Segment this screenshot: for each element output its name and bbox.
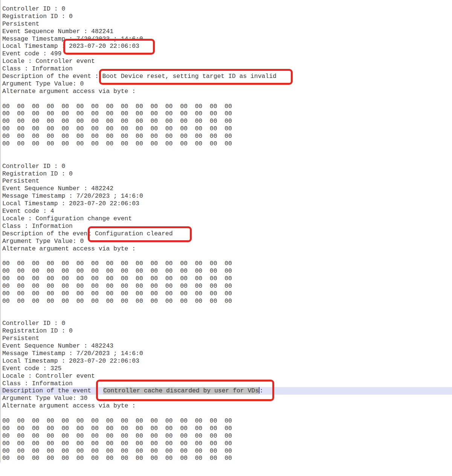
- hex-bytes: 00 00 00 00 00 00 00 00 00 00 00 00 00 0…: [2, 125, 232, 132]
- log-line: Controller ID : 0: [1, 5, 452, 13]
- log-text: Event code : 325: [2, 365, 61, 372]
- log-text: Local Timestamp :: [2, 43, 69, 50]
- log-line: Description of the event Controller cach…: [1, 387, 452, 395]
- blank-line: [1, 155, 452, 163]
- log-line: Description of the event : Boot Device r…: [1, 73, 452, 80]
- log-line: Local Timestamp : 2023-07-20 22:06:03: [1, 43, 452, 50]
- log-line: Event Sequence Number : 482241: [1, 28, 452, 35]
- log-page: Controller ID : 0Registration ID : 0Pers…: [0, 0, 452, 476]
- hex-dump-row: 00 00 00 00 00 00 00 00 00 00 00 00 00 0…: [1, 432, 452, 440]
- log-text: Locale : Controller event: [2, 372, 95, 380]
- log-text: Alternate argument access via byte :: [2, 402, 136, 409]
- log-text: Alternate argument access via byte :: [2, 245, 136, 252]
- hex-bytes: 00 00 00 00 00 00 00 00 00 00 00 00 00 0…: [2, 447, 232, 455]
- hex-bytes: 00 00 00 00 00 00 00 00 00 00 00 00 00 0…: [2, 110, 232, 117]
- log-text: Configuration cleared: [95, 230, 173, 237]
- hex-bytes: 00 00 00 00 00 00 00 00 00 00 00 00 00 0…: [2, 260, 232, 267]
- log-line: Registration ID : 0: [1, 170, 452, 178]
- log-text: Event code : 499: [2, 50, 61, 57]
- log-text: Event Sequence Number : 482241: [2, 28, 113, 35]
- log-text: Description of the event: [2, 230, 95, 237]
- log-text: Event code : 4: [2, 207, 54, 215]
- hex-dump-row: 00 00 00 00 00 00 00 00 00 00 00 00 00 0…: [1, 267, 452, 275]
- log-line: Class : Information: [1, 223, 452, 230]
- log-line: Event Sequence Number : 482242: [1, 185, 452, 192]
- log-text: Controller ID : 0: [2, 163, 65, 170]
- log-line: Controller ID : 0: [1, 320, 452, 327]
- hex-dump-row: 00 00 00 00 00 00 00 00 00 00 00 00 00 0…: [1, 133, 452, 140]
- hex-bytes: 00 00 00 00 00 00 00 00 00 00 00 00 00 0…: [2, 117, 232, 125]
- log-line: Message Timestamp : 7/20/2023 ; 14:6:0: [1, 192, 452, 200]
- hex-dump-row: 00 00 00 00 00 00 00 00 00 00 00 00 00 0…: [1, 440, 452, 447]
- blank-line: [1, 95, 452, 103]
- log-line: Locale : Configuration change event: [1, 215, 452, 223]
- hex-dump-row: 00 00 00 00 00 00 00 00 00 00 00 00 00 0…: [1, 117, 452, 125]
- hex-dump-row: 00 00 00 00 00 00 00 00 00 00 00 00 00 0…: [1, 298, 452, 305]
- log-line: Local Timestamp : 2023-07-20 22:06:03: [1, 357, 452, 365]
- log-text: Message Timestamp : 7/20/2023 ; 14:6:0: [2, 192, 143, 200]
- hex-bytes: 00 00 00 00 00 00 00 00 00 00 00 00 00 0…: [2, 103, 232, 110]
- selected-text: Controller cache discarded by user for V…: [103, 387, 259, 394]
- log-text: Persistent: [2, 20, 39, 27]
- log-text: Class : Information: [2, 65, 73, 72]
- hex-bytes: 00 00 00 00 00 00 00 00 00 00 00 00 00 0…: [2, 455, 232, 462]
- blank-line: [1, 410, 452, 417]
- log-text: Argument Type Value: 30: [2, 395, 87, 402]
- annotation-box: Configuration cleared: [88, 226, 192, 242]
- hex-dump-row: 00 00 00 00 00 00 00 00 00 00 00 00 00 0…: [1, 417, 452, 425]
- log-line: Persistent: [1, 177, 452, 185]
- log-text: Boot Device reset, setting target ID as …: [102, 73, 276, 80]
- log-text: :: [260, 387, 263, 394]
- hex-bytes: 00 00 00 00 00 00 00 00 00 00 00 00 00 0…: [2, 282, 232, 290]
- hex-bytes: 00 00 00 00 00 00 00 00 00 00 00 00 00 0…: [2, 432, 232, 439]
- log-line: Description of the event Configuration c…: [1, 230, 452, 238]
- log-line: Alternate argument access via byte :: [1, 245, 452, 253]
- log-line: Alternate argument access via byte :: [1, 88, 452, 95]
- log-text: 2023-07-20 22:06:03: [69, 43, 139, 50]
- log-line: Locale : Controller event: [1, 58, 452, 65]
- log-text: Class : Information: [2, 380, 73, 387]
- log-line: Event code : 4: [1, 207, 452, 215]
- log-line: Local Timestamp : 2023-07-20 22:06:03: [1, 200, 452, 207]
- blank-line: [1, 305, 452, 313]
- hex-dump-row: 00 00 00 00 00 00 00 00 00 00 00 00 00 0…: [1, 447, 452, 455]
- log-line: Alternate argument access via byte :: [1, 402, 452, 410]
- log-text: Registration ID : 0: [2, 170, 73, 177]
- hex-dump-row: 00 00 00 00 00 00 00 00 00 00 00 00 00 0…: [1, 275, 452, 282]
- hex-bytes: 00 00 00 00 00 00 00 00 00 00 00 00 00 0…: [2, 290, 232, 297]
- hex-bytes: 00 00 00 00 00 00 00 00 00 00 00 00 00 0…: [2, 140, 232, 147]
- log-text: Controller ID : 0: [2, 5, 65, 12]
- log-text: Alternate argument access via byte :: [2, 88, 136, 95]
- hex-dump-row: 00 00 00 00 00 00 00 00 00 00 00 00 00 0…: [1, 290, 452, 298]
- log-text: Event Sequence Number : 482242: [2, 185, 113, 192]
- log-text: Persistent: [2, 177, 39, 185]
- log-line: Argument Type Value: 0: [1, 238, 452, 245]
- log-view[interactable]: Controller ID : 0Registration ID : 0Pers…: [0, 0, 452, 462]
- annotation-box: Controller cache discarded by user for V…: [96, 380, 274, 401]
- log-text: Controller ID : 0: [2, 320, 65, 327]
- hex-dump-row: 00 00 00 00 00 00 00 00 00 00 00 00 00 0…: [1, 260, 452, 267]
- blank-line: [1, 313, 452, 320]
- log-line: Event code : 325: [1, 365, 452, 372]
- hex-bytes: 00 00 00 00 00 00 00 00 00 00 00 00 00 0…: [2, 133, 232, 140]
- log-line: Registration ID : 0: [1, 327, 452, 335]
- hex-bytes: 00 00 00 00 00 00 00 00 00 00 00 00 00 0…: [2, 417, 232, 424]
- log-line: Event Sequence Number : 482243: [1, 342, 452, 350]
- log-text: Event Sequence Number : 482243: [2, 342, 113, 349]
- hex-bytes: 00 00 00 00 00 00 00 00 00 00 00 00 00 0…: [2, 298, 232, 305]
- log-line: Locale : Controller event: [1, 372, 452, 380]
- log-text: Argument Type Value: 0: [2, 80, 84, 87]
- blank-line: [1, 252, 452, 260]
- hex-dump-row: 00 00 00 00 00 00 00 00 00 00 00 00 00 0…: [1, 103, 452, 110]
- log-text: Locale : Controller event: [2, 58, 95, 65]
- log-text: Class : Information: [2, 223, 73, 230]
- log-text: Message Timestamp : 7/20/2023 ; 14:6:0: [2, 350, 143, 357]
- log-text: Description of the event: [2, 387, 95, 394]
- log-text: Persistent: [2, 335, 39, 342]
- hex-bytes: 00 00 00 00 00 00 00 00 00 00 00 00 00 0…: [2, 275, 232, 282]
- hex-dump-row: 00 00 00 00 00 00 00 00 00 00 00 00 00 0…: [1, 455, 452, 462]
- log-text: Argument Type Value: 0: [2, 238, 84, 245]
- log-text: Locale : Configuration change event: [2, 215, 132, 222]
- log-line: Persistent: [1, 335, 452, 342]
- hex-bytes: 00 00 00 00 00 00 00 00 00 00 00 00 00 0…: [2, 440, 232, 447]
